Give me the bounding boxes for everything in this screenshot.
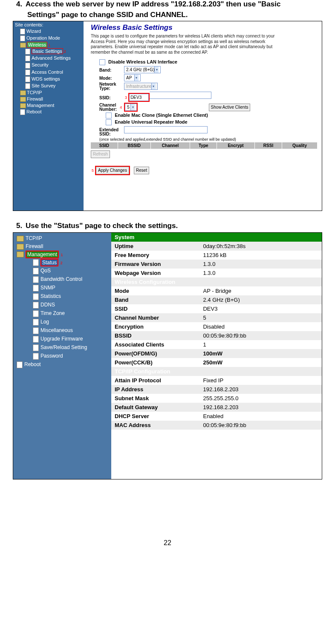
extended-ssid-input[interactable] [124,126,208,133]
sidebar-item[interactable]: Log [13,318,111,326]
sidebar-item[interactable]: Statistics [13,292,111,301]
callout-2: 2 [58,261,63,265]
sidebar-item[interactable]: Management 1 [13,251,111,259]
page-icon [25,63,30,69]
sidebar-item[interactable]: SNMP [13,284,111,292]
row-key: DHCP Server [111,412,199,421]
universal-repeater-checkbox[interactable] [106,119,112,125]
band-select[interactable]: 2.4 GHz (B+G)▾ [124,66,161,73]
sidebar-item[interactable]: Upgrade Firmware [13,335,111,344]
sidebar-item[interactable]: TCP/IP [13,90,84,96]
section-header: TCP/IP Configuration [111,367,322,376]
status-table: SystemUptime0day:0h:52m:38sFree Memory11… [111,233,322,430]
mac-clone-checkbox[interactable] [106,113,112,118]
table-row: Subnet Mask255.255.255.0 [111,394,322,403]
status-panel: SystemUptime0day:0h:52m:38sFree Memory11… [111,233,322,430]
table-header: Quality [282,142,318,149]
table-row: Firmware Version1.3.0 [111,260,322,269]
row-key: Uptime [111,242,199,251]
disable-wlan-label: Disable Wireless LAN Interface [108,59,177,64]
sidebar-item[interactable]: Bandwidth Control [13,275,111,284]
table-row: Channel Number5 [111,313,322,322]
step-5-text: Use the "Status" page to check the setti… [26,222,178,230]
row-key: Encryption [111,322,199,331]
network-type-label: Network Type: [99,82,123,91]
table-header: Channel [150,142,190,149]
sidebar-item[interactable]: Wireless1 [13,42,84,48]
folder-icon [17,244,24,250]
callout-1: 1 [47,43,50,47]
table-row: EncryptionDisabled [111,322,322,331]
sidebar-item[interactable]: TCP/IP [13,234,111,243]
sidebar-item[interactable]: Time Zone [13,309,111,318]
reset-button[interactable]: Reset [134,167,149,174]
row-value: 1 [199,340,322,349]
sidebar-item[interactable]: Firewall [13,96,84,102]
sidebar-item[interactable]: Access Control [13,69,84,76]
sidebar-item[interactable]: Password [13,352,111,361]
table-row: Uptime0day:0h:52m:38s [111,242,322,251]
page-icon [33,327,39,334]
row-value: DEV3 [199,304,322,313]
row-key: Default Gateway [111,403,199,412]
page-icon [33,353,39,360]
page-icon [25,49,30,55]
row-value: 250mW [199,358,322,367]
page-icon [33,319,39,326]
apply-changes-button[interactable]: Apply Changes [96,167,129,174]
row-key: BSSID [111,331,199,340]
table-row: Band2.4 GHz (B+G) [111,295,322,304]
step-4-heading: 4.Access the web server by new IP addres… [13,0,322,9]
page-icon [33,344,39,351]
row-key: MAC Address [111,421,199,430]
row-value: Disabled [199,322,322,331]
sidebar-item[interactable]: DDNS [13,301,111,309]
page-description: This page is used to configure the param… [91,34,287,55]
show-clients-button[interactable]: Show Active Clients [209,104,251,111]
step-5-heading: 5.Use the "Status" page to check the set… [13,222,322,230]
sidebar-item[interactable]: Save/Reload Setting [13,344,111,352]
row-key: Firmware Version [111,260,199,269]
sidebar-item[interactable]: Wizard [13,28,84,35]
row-key: Attain IP Protocol [111,376,199,385]
row-key: Associated Clients [111,340,199,349]
sidebar-item[interactable]: Basic Settings2 [13,48,84,55]
sidebar-item[interactable]: QoS [13,267,111,275]
row-value: 192.168.2.203 [199,403,322,412]
row-value: 11236 kB [199,251,322,260]
sidebar-item[interactable]: Reboot [13,361,111,369]
page-icon [33,336,39,343]
table-row: Power(OFDM/G)100mW [111,349,322,358]
table-header: RSSI [254,142,282,149]
sidebar-item[interactable]: Miscellaneous [13,326,111,335]
ssid-input[interactable]: DEV3 [129,94,149,101]
row-key: IP Address [111,385,199,394]
sidebar-item[interactable]: WDS settings [13,76,84,83]
channel-select[interactable]: 5 ▾ [125,104,137,111]
sidebar-item[interactable]: Firewall [13,243,111,251]
page-icon [33,310,39,317]
ssid-input-ext[interactable] [150,92,211,99]
table-row: DHCP ServerEnabled [111,412,322,421]
sidebar-item[interactable]: Site Survey [13,83,84,90]
callout-4: 4 [119,105,122,110]
section-header: System [111,233,322,242]
sidebar-item[interactable]: Advanced Settings [13,55,84,62]
disable-wlan-checkbox[interactable] [99,59,105,65]
sidebar-item[interactable]: Status 2 [13,258,111,267]
page-icon [17,361,23,368]
sidebar-item[interactable]: Reboot [13,109,84,116]
row-key: Free Memory [111,251,199,260]
table-header: BSSID [118,142,150,149]
table-row: MAC Address00:05:9e:80:f9:bb [111,421,322,430]
mode-select[interactable]: AP ▾ [124,74,141,81]
sidebar-item[interactable]: Management [13,102,84,109]
table-header: SSID [91,142,118,149]
table-row: Associated Clients1 [111,340,322,349]
sidebar-item[interactable]: Operation Mode [13,35,84,42]
row-key: Power(CCK/B) [111,358,199,367]
row-value: 1.3.0 [199,260,322,269]
callout-5: 5 [91,168,94,173]
row-key: Channel Number [111,313,199,322]
sidebar-item[interactable]: Security [13,62,84,69]
